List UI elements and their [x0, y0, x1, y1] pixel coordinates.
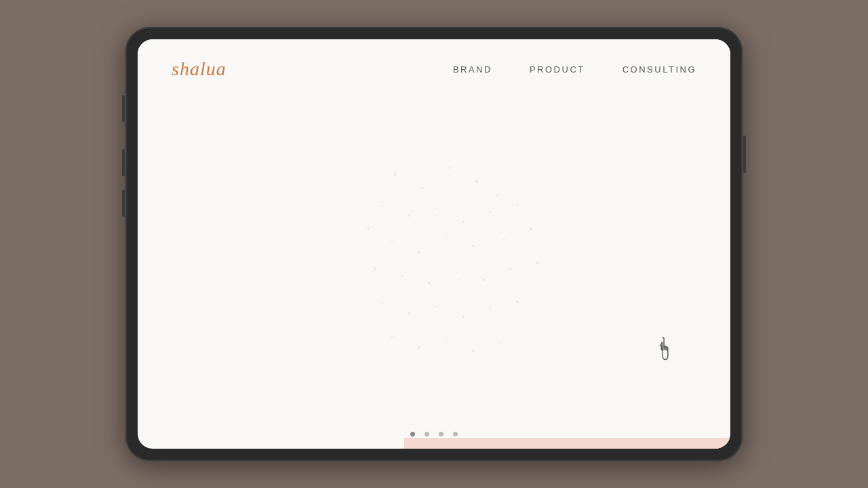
svg-point-14: [445, 235, 447, 237]
tablet-device: shalua BRAND PRODUCT CONSULTING: [125, 27, 743, 461]
svg-point-28: [462, 315, 465, 318]
tablet-screen: shalua BRAND PRODUCT CONSULTING: [138, 39, 730, 449]
pagination-dot-2[interactable]: [425, 432, 429, 436]
svg-point-12: [391, 241, 393, 243]
svg-point-27: [435, 306, 437, 308]
svg-point-25: [381, 302, 383, 304]
nav-link-consulting[interactable]: CONSULTING: [623, 64, 696, 75]
svg-point-21: [455, 272, 457, 274]
pagination-dot-3[interactable]: [439, 432, 443, 436]
main-content: [138, 94, 730, 418]
svg-point-35: [499, 342, 501, 344]
svg-point-13: [418, 251, 420, 254]
pagination-dot-1[interactable]: [410, 432, 415, 436]
svg-point-22: [482, 278, 485, 281]
site-logo[interactable]: shalua: [172, 58, 226, 80]
svg-point-34: [472, 349, 475, 352]
pagination-dot-4[interactable]: [453, 432, 458, 436]
nav-header: shalua BRAND PRODUCT CONSULTING: [138, 39, 730, 94]
svg-point-3: [475, 180, 478, 183]
svg-point-5: [381, 201, 383, 203]
tablet-power-button: [743, 136, 746, 173]
svg-point-30: [516, 300, 519, 303]
svg-point-17: [530, 228, 532, 230]
svg-point-19: [401, 275, 403, 277]
svg-point-11: [367, 228, 370, 230]
tablet-vol-up-button: [122, 149, 125, 176]
svg-point-15: [472, 245, 475, 247]
svg-point-33: [445, 340, 447, 342]
svg-point-23: [509, 268, 511, 270]
tablet-vol-down-button: [122, 190, 125, 217]
svg-point-4: [496, 194, 498, 196]
svg-point-31: [391, 336, 393, 338]
nav-link-brand[interactable]: BRAND: [453, 64, 492, 75]
svg-point-2: [448, 167, 450, 169]
svg-point-29: [489, 308, 491, 310]
decorative-pattern: [138, 94, 730, 418]
nav-link-product[interactable]: PRODUCT: [530, 64, 585, 75]
svg-point-1: [422, 187, 424, 189]
svg-point-9: [489, 211, 491, 213]
nav-links: BRAND PRODUCT CONSULTING: [453, 64, 696, 75]
cursor-hand-icon: [654, 337, 676, 364]
svg-point-32: [418, 346, 420, 348]
svg-point-7: [435, 207, 437, 209]
bottom-accent-bar: [404, 438, 730, 449]
svg-point-26: [408, 312, 410, 314]
svg-point-16: [502, 238, 505, 240]
svg-point-20: [428, 281, 431, 284]
svg-point-6: [408, 214, 410, 217]
tablet-top-button: [122, 95, 125, 122]
svg-point-8: [462, 221, 465, 224]
svg-point-24: [536, 261, 539, 264]
svg-point-10: [516, 204, 518, 206]
svg-point-0: [394, 174, 397, 176]
svg-point-18: [374, 268, 376, 270]
